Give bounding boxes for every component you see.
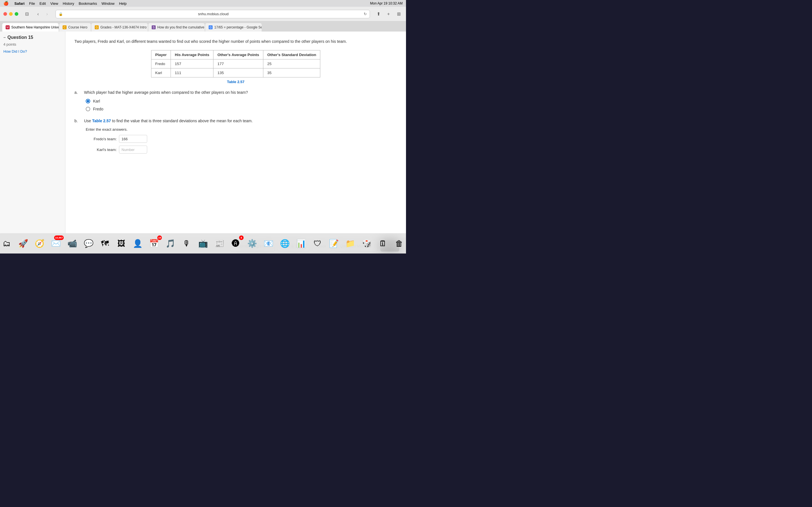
maximize-button[interactable]	[15, 12, 18, 16]
col-other-avg: Other's Average Points	[213, 50, 263, 59]
collapse-button[interactable]: −	[3, 35, 6, 40]
dock-contacts[interactable]: 👤	[130, 236, 145, 251]
menu-bar: 🍎 Safari File Edit View History Bookmark…	[0, 0, 406, 7]
tab-ch-label: Course Hero	[68, 25, 87, 29]
dock-excel[interactable]: 📊	[294, 236, 308, 251]
dock-calendar[interactable]: 📅 19	[147, 236, 161, 251]
sub-b-table-ref: Table 2.57	[92, 119, 111, 123]
main-content: Two players, Fredo and Karl, on differen…	[65, 32, 406, 238]
fredo-team-input[interactable]	[119, 135, 147, 143]
dock-launchpad[interactable]: 🚀	[16, 236, 31, 251]
menu-bar-right: Mon Apr 19 10:32 AM	[370, 1, 403, 5]
dock-appstore[interactable]: 🅐 8	[229, 236, 243, 251]
dock-safari[interactable]: 🧭	[32, 236, 47, 251]
how-did-i-do-link[interactable]: How Did I Do?	[3, 49, 27, 54]
karl-team-label: Karl's team:	[86, 148, 117, 152]
sub-b-label: b. Use Table 2.57 to find the value that…	[74, 118, 397, 124]
dock-podcasts[interactable]: 🎙	[179, 236, 194, 251]
karl-team-input[interactable]	[119, 146, 147, 154]
tab-grades-label: Grades - MAT-136-X4674 Intro to Q...	[100, 25, 148, 29]
dock-shield[interactable]: 🛡	[310, 236, 325, 251]
dock-unknown3[interactable]: 🗓	[375, 236, 390, 251]
menu-edit[interactable]: Edit	[40, 1, 46, 6]
radio-option-karl[interactable]: Karl	[86, 99, 397, 103]
new-tab-button[interactable]: +	[385, 11, 393, 17]
tab-snhu-favicon: M	[6, 25, 10, 29]
menu-window[interactable]: Window	[101, 1, 114, 6]
refresh-icon[interactable]: ↻	[364, 12, 367, 16]
dock-messages[interactable]: 💬	[81, 236, 96, 251]
cell-fredo-avg: 157	[171, 59, 213, 68]
dock-finder[interactable]: 🗂	[0, 236, 14, 251]
tab-google-favicon: G	[209, 25, 213, 29]
radio-fredo-circle[interactable]	[86, 107, 90, 111]
url-display: snhu.mobius.cloud	[65, 12, 361, 16]
menu-help[interactable]: Help	[119, 1, 126, 6]
question-sidebar: − Question 15 4 points How Did I Do?	[0, 32, 65, 253]
dock-chrome[interactable]: 🌐	[277, 236, 292, 251]
sidebar-points: 4 points	[3, 42, 62, 47]
tab-snhu[interactable]: M Southern New Hampshire University...	[2, 23, 59, 32]
tab-cumulative[interactable]: S How do you find the cumulative relat..…	[148, 23, 205, 32]
tab-cumulative-favicon: S	[152, 25, 156, 29]
tab-google[interactable]: G 17/65 = percentage - Google Search	[205, 23, 262, 32]
dock-outlook[interactable]: 📧	[261, 236, 276, 251]
dock-maps[interactable]: 🗺	[98, 236, 112, 251]
close-button[interactable]	[3, 12, 7, 16]
cell-fredo-other-avg: 177	[213, 59, 263, 68]
address-bar[interactable]: 🔒 snhu.mobius.cloud ↻	[56, 10, 370, 18]
radio-fredo-label: Fredo	[93, 107, 103, 111]
tabs-overview-button[interactable]: ⊞	[395, 11, 403, 17]
back-button[interactable]: ‹	[34, 11, 42, 17]
menu-history[interactable]: History	[63, 1, 74, 6]
datetime-display: Mon Apr 19 10:32 AM	[370, 1, 403, 5]
sub-a-letter: a.	[74, 90, 83, 96]
dock-system-prefs[interactable]: ⚙️	[245, 236, 259, 251]
sub-b-letter: b.	[74, 118, 83, 124]
dock-word[interactable]: 📝	[326, 236, 341, 251]
sub-a-label: a. Which player had the higher average p…	[74, 90, 397, 96]
apple-menu[interactable]: 🍎	[3, 1, 9, 6]
tab-grades[interactable]: G Grades - MAT-136-X4674 Intro to Q...	[91, 23, 148, 32]
question-title-text: Question 15	[7, 35, 33, 40]
dock-news[interactable]: 📰	[212, 236, 227, 251]
menu-safari[interactable]: Safari	[14, 1, 24, 6]
karl-input-group: Karl's team:	[86, 146, 397, 154]
nav-buttons: ‹ ›	[34, 11, 51, 17]
col-avg-points: His Average Points	[171, 50, 213, 59]
col-player: Player	[151, 50, 171, 59]
appstore-badge: 8	[239, 235, 244, 240]
dock-photos[interactable]: 🖼	[114, 236, 129, 251]
cell-karl-std: 35	[263, 68, 320, 77]
traffic-lights	[3, 12, 18, 16]
dock-unknown2[interactable]: 🎲	[359, 236, 374, 251]
sub-question-a: a. Which player had the higher average p…	[74, 90, 397, 111]
dock: 🗂 🚀 🧭 ✉️ 10,967 📹 💬 🗺 🖼 👤 📅 19 🎵 🎙 📺 📰 🅐…	[0, 233, 406, 253]
question-intro-text: Two players, Fredo and Karl, on differen…	[74, 38, 397, 45]
dock-appletv[interactable]: 📺	[196, 236, 210, 251]
dock-trash[interactable]: 🗑	[392, 236, 406, 251]
forward-button[interactable]: ›	[43, 11, 51, 17]
minimize-button[interactable]	[9, 12, 13, 16]
tab-coursehero[interactable]: C Course Hero	[59, 23, 91, 32]
cell-fredo-std: 25	[263, 59, 320, 68]
radio-option-fredo[interactable]: Fredo	[86, 107, 397, 111]
dock-folder[interactable]: 📁	[343, 236, 357, 251]
cell-karl-avg: 111	[171, 68, 213, 77]
menu-file[interactable]: File	[29, 1, 35, 6]
sidebar-toggle-button[interactable]: ⊟	[23, 11, 31, 17]
tab-snhu-label: Southern New Hampshire University...	[11, 25, 59, 29]
data-table: Player His Average Points Other's Averag…	[151, 50, 320, 77]
col-other-std: Other's Standard Deviation	[263, 50, 320, 59]
tab-bar: M Southern New Hampshire University... C…	[0, 21, 406, 32]
calendar-badge: 19	[157, 235, 162, 240]
menu-bookmarks[interactable]: Bookmarks	[79, 1, 97, 6]
fredo-team-label: Fredo's team:	[86, 137, 117, 141]
dock-mail[interactable]: ✉️ 10,967	[49, 236, 63, 251]
menu-view[interactable]: View	[50, 1, 58, 6]
radio-karl-label: Karl	[93, 99, 100, 103]
dock-music[interactable]: 🎵	[163, 236, 177, 251]
share-button[interactable]: ⬆	[374, 11, 382, 17]
dock-facetime[interactable]: 📹	[65, 236, 80, 251]
radio-karl-circle[interactable]	[86, 99, 90, 103]
